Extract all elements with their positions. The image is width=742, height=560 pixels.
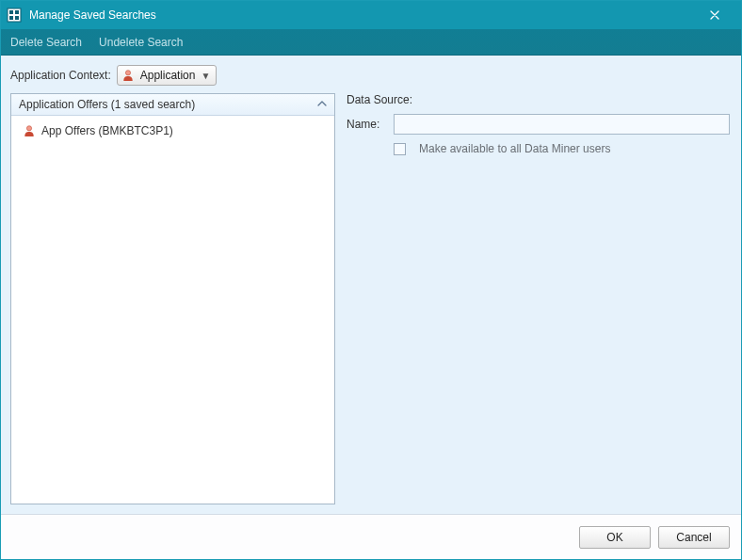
tree-group-label: Application Offers (1 saved search) — [19, 98, 195, 111]
undelete-search-button[interactable]: Undelete Search — [99, 36, 183, 49]
share-checkbox[interactable] — [394, 143, 406, 155]
name-input[interactable] — [394, 114, 730, 135]
person-icon — [23, 124, 36, 137]
application-context-value: Application — [140, 69, 196, 82]
application-context-row: Application Context: Application ▼ — [10, 65, 732, 86]
chevron-down-icon: ▼ — [201, 71, 210, 81]
app-icon — [7, 8, 22, 23]
svg-point-5 — [125, 71, 130, 75]
application-context-dropdown[interactable]: Application ▼ — [117, 65, 218, 86]
share-row: Make available to all Data Miner users — [347, 142, 730, 155]
saved-searches-tree: Application Offers (1 saved search) — [10, 93, 335, 504]
toolbar: Delete Search Undelete Search — [1, 29, 741, 56]
cancel-button[interactable]: Cancel — [658, 526, 730, 549]
tree-list: App Offers (BMKBTC3P1) — [11, 116, 334, 504]
svg-point-6 — [26, 126, 31, 131]
main-split: Application Offers (1 saved search) — [10, 93, 732, 504]
svg-rect-1 — [9, 10, 13, 14]
saved-search-item[interactable]: App Offers (BMKBTC3P1) — [19, 121, 327, 140]
details-pane: Data Source: Name: Make available to all… — [345, 93, 732, 504]
svg-rect-3 — [9, 16, 13, 20]
saved-search-label: App Offers (BMKBTC3P1) — [41, 124, 173, 137]
dialog-body: Application Context: Application ▼ Appli… — [1, 56, 741, 514]
name-label: Name: — [347, 118, 386, 131]
application-context-label: Application Context: — [10, 69, 111, 82]
delete-search-button[interactable]: Delete Search — [10, 36, 82, 49]
ok-button[interactable]: OK — [579, 526, 651, 549]
svg-rect-2 — [15, 10, 19, 14]
close-button[interactable] — [696, 2, 734, 28]
data-source-row: Data Source: — [347, 93, 730, 106]
chevron-up-icon — [317, 98, 327, 111]
data-source-label: Data Source: — [347, 93, 420, 106]
tree-group-header[interactable]: Application Offers (1 saved search) — [11, 94, 334, 116]
name-row: Name: — [347, 114, 730, 135]
dialog-footer: OK Cancel — [1, 514, 741, 559]
manage-saved-searches-window: Manage Saved Searches Delete Search Unde… — [0, 0, 742, 560]
svg-rect-4 — [15, 16, 19, 20]
titlebar: Manage Saved Searches — [1, 1, 741, 29]
share-label: Make available to all Data Miner users — [419, 142, 610, 155]
window-title: Manage Saved Searches — [29, 8, 696, 22]
person-icon — [121, 69, 135, 82]
